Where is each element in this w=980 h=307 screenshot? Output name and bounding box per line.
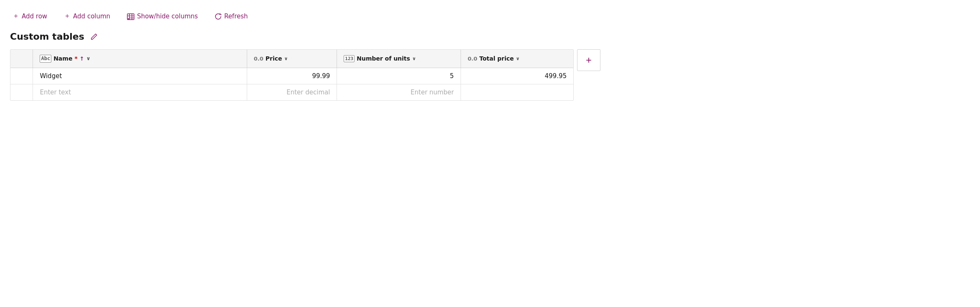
- cell-total-price-placeholder: [461, 84, 573, 100]
- total-price-type-prefix: 0.0: [468, 56, 477, 62]
- refresh-icon: [215, 12, 222, 20]
- cell-units-placeholder[interactable]: Enter number: [337, 84, 461, 100]
- total-price-col-label: Total price: [479, 55, 514, 62]
- show-hide-label: Show/hide columns: [137, 13, 198, 20]
- add-column-inline-icon: +: [586, 54, 592, 66]
- name-type-icon: Abc: [40, 55, 51, 63]
- units-col-label: Number of units: [357, 55, 410, 62]
- name-col-label: Name: [53, 55, 72, 62]
- add-column-button[interactable]: ＋ Add column: [61, 10, 113, 22]
- price-dropdown-icon[interactable]: ∨: [284, 56, 288, 61]
- cell-price-value: 99.99: [312, 72, 330, 80]
- name-sort-up-icon[interactable]: ↑: [80, 56, 84, 62]
- page-title: Custom tables: [10, 31, 84, 42]
- table-outer: Abc Name * ↑ ∨ 0.0 Price ∨: [10, 49, 970, 101]
- page-title-row: Custom tables: [10, 31, 970, 42]
- row-selector-header: [10, 50, 33, 68]
- show-hide-icon: [127, 12, 134, 20]
- price-col-label: Price: [266, 55, 282, 62]
- add-row-label: Add row: [22, 13, 47, 20]
- cell-name-placeholder[interactable]: Enter text: [33, 84, 247, 100]
- add-row-button[interactable]: ＋ Add row: [10, 10, 50, 22]
- units-dropdown-icon[interactable]: ∨: [412, 56, 416, 61]
- column-header-name[interactable]: Abc Name * ↑ ∨: [33, 50, 247, 68]
- placeholder-units: Enter number: [410, 89, 454, 96]
- data-table: Abc Name * ↑ ∨ 0.0 Price ∨: [10, 50, 573, 100]
- add-column-icon: ＋: [64, 12, 71, 20]
- table-row: Widget 99.99 5 499.95: [10, 68, 573, 84]
- cell-price[interactable]: 99.99: [247, 68, 337, 84]
- svg-point-5: [128, 18, 129, 19]
- add-row-icon: ＋: [13, 12, 19, 20]
- table-header-row: Abc Name * ↑ ∨ 0.0 Price ∨: [10, 50, 573, 68]
- row-selector-cell: [10, 68, 33, 84]
- cell-total-price[interactable]: 499.95: [461, 68, 573, 84]
- edit-title-button[interactable]: [89, 32, 99, 41]
- column-header-total-price[interactable]: 0.0 Total price ∨: [461, 50, 573, 68]
- toolbar: ＋ Add row ＋ Add column Show/hide columns…: [10, 7, 970, 27]
- column-header-number-of-units[interactable]: 123 Number of units ∨: [337, 50, 461, 68]
- cell-name[interactable]: Widget: [33, 68, 247, 84]
- cell-name-value: Widget: [40, 72, 62, 80]
- cell-units[interactable]: 5: [337, 68, 461, 84]
- edit-icon: [90, 33, 98, 41]
- add-column-label: Add column: [73, 13, 110, 20]
- add-column-inline-button[interactable]: +: [577, 49, 600, 71]
- placeholder-price: Enter decimal: [286, 89, 330, 96]
- new-row: Enter text Enter decimal Enter number: [10, 84, 573, 100]
- name-required-star: *: [74, 55, 77, 62]
- units-type-icon: 123: [344, 55, 355, 62]
- cell-units-value: 5: [450, 72, 454, 80]
- price-type-prefix: 0.0: [254, 56, 263, 62]
- cell-price-placeholder[interactable]: Enter decimal: [247, 84, 337, 100]
- placeholder-name: Enter text: [40, 89, 71, 96]
- table-wrapper: Abc Name * ↑ ∨ 0.0 Price ∨: [10, 49, 574, 101]
- total-price-dropdown-icon[interactable]: ∨: [516, 56, 520, 61]
- cell-total-value: 499.95: [545, 72, 567, 80]
- refresh-label: Refresh: [224, 13, 248, 20]
- show-hide-columns-button[interactable]: Show/hide columns: [124, 10, 200, 22]
- column-header-price[interactable]: 0.0 Price ∨: [247, 50, 337, 68]
- refresh-button[interactable]: Refresh: [212, 10, 251, 22]
- new-row-selector: [10, 84, 33, 100]
- name-sort-dropdown-icon[interactable]: ∨: [86, 56, 91, 61]
